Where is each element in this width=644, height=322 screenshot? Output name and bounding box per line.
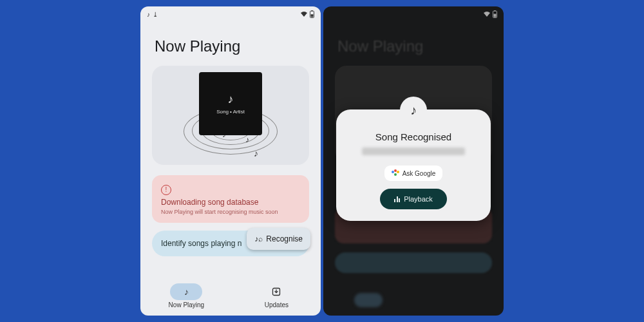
nav-label: Updates [265, 301, 289, 308]
status-left: ♪ ⤓ [147, 11, 158, 18]
right-phone-frame: Now Playing ♪ Song Recognised Ask Google… [323, 6, 504, 316]
identify-label: Identify songs playing n [161, 239, 242, 248]
playback-label: Playback [404, 195, 433, 203]
download-icon: ⤓ [153, 11, 158, 18]
battery-icon [310, 10, 314, 18]
equalizer-icon [394, 196, 400, 202]
svg-rect-6 [494, 14, 497, 17]
wifi-icon [483, 11, 491, 17]
nav-label: Now Playing [169, 301, 205, 308]
bottom-nav: ♪ Now Playing Updates [140, 279, 321, 316]
status-right [483, 10, 497, 18]
music-note-icon: ♪ [245, 135, 249, 144]
identify-songs-row [335, 252, 492, 273]
music-search-icon: ♪⌕ [254, 234, 263, 243]
alert-subtitle: Now Playing will start recognising music… [161, 209, 300, 215]
page-title: Now Playing [140, 22, 321, 63]
recognise-button[interactable]: ♪⌕ Recognise [247, 228, 310, 250]
music-note-icon: ♪ [228, 93, 234, 106]
svg-rect-2 [311, 14, 314, 17]
updates-icon [260, 283, 292, 300]
now-playing-preview-card: ♪ Song • Artist ♪ ♪ ♪ [152, 66, 309, 165]
recognised-song-text [362, 147, 465, 155]
nav-now-playing[interactable]: ♪ Now Playing [169, 283, 205, 308]
music-note-icon: ♪ [170, 283, 202, 300]
recognise-label: Recognise [266, 234, 303, 243]
nav-updates[interactable]: Updates [260, 283, 292, 308]
left-phone-frame: ♪ ⤓ Now Playing ♪ Song • Artist ♪ ♪ ♪ [140, 6, 321, 316]
identify-songs-row[interactable]: Identify songs playing n ♪⌕ Recognise [152, 231, 309, 256]
ask-google-label: Ask Google [402, 170, 436, 177]
wifi-icon [300, 11, 308, 17]
alert-icon: ! [161, 185, 171, 195]
album-caption: Song • Artist [216, 109, 245, 115]
ask-google-button[interactable]: Ask Google [384, 166, 443, 181]
page-title: Now Playing [323, 22, 504, 63]
modal-title: Song Recognised [375, 131, 451, 142]
assistant-icon [392, 169, 399, 177]
song-recognised-modal: ♪ Song Recognised Ask Google Playback [336, 109, 491, 221]
battery-icon [493, 10, 497, 18]
music-note-icon: ♪ [254, 148, 258, 158]
album-art: ♪ Song • Artist [199, 72, 262, 135]
alert-title: Downloading song database [161, 198, 300, 207]
status-bar: ♪ ⤓ [140, 6, 321, 22]
playback-button[interactable]: Playback [380, 189, 447, 209]
bottom-nav [323, 285, 504, 316]
status-right [300, 10, 314, 18]
music-note-icon: ♪ [147, 11, 150, 18]
music-note-icon: ♪ [400, 97, 427, 124]
status-bar [323, 6, 504, 22]
alert-card: ! Downloading song database Now Playing … [152, 175, 309, 223]
